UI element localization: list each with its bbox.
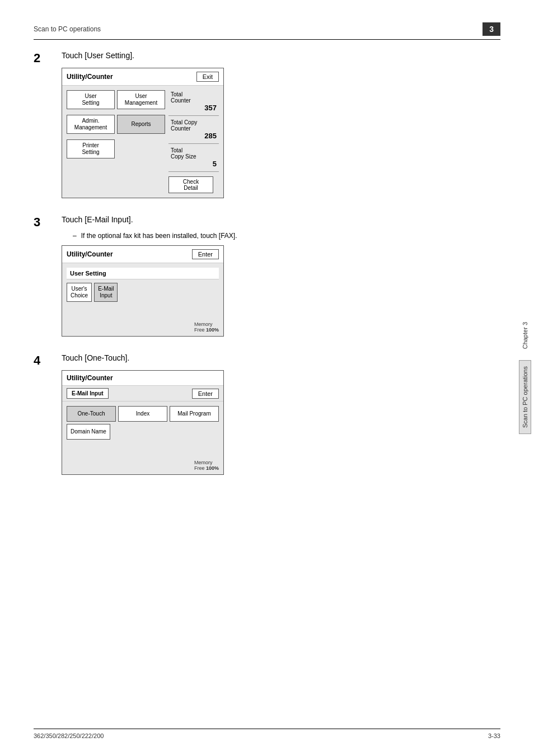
header-left: Scan to PC operations <box>34 25 101 33</box>
one-touch-button[interactable]: One-Touch <box>67 406 116 422</box>
ui-panel-step3-title: Utility/Counter <box>67 250 113 258</box>
enter-button-step4[interactable]: Enter <box>192 389 219 399</box>
email-input-button[interactable]: E-MailInput <box>94 283 118 302</box>
ui-panel-step2-body: UserSetting UserManagement Admin.Managem… <box>62 86 223 198</box>
step-4-instruction: Touch [One-Touch]. <box>62 353 478 362</box>
main-content: 2 Touch [User Setting]. Utility/Counter … <box>34 51 500 475</box>
step-3-sub: – If the optional fax kit has been insta… <box>73 232 478 240</box>
ui-panel-step3-header: Utility/Counter Enter <box>62 246 223 263</box>
user-setting-button[interactable]: UserSetting <box>67 90 115 109</box>
printer-setting-button[interactable]: PrinterSetting <box>67 139 115 158</box>
step-2-content: Touch [User Setting]. Utility/Counter Ex… <box>62 51 478 198</box>
total-copy-counter-row: Total CopyCounter 285 <box>168 118 219 141</box>
memory-indicator-step3: MemoryFree 100% <box>194 321 219 333</box>
enter-button-step3[interactable]: Enter <box>192 249 219 259</box>
step-3-block: 3 Touch [E-Mail Input]. – If the optiona… <box>34 215 478 337</box>
panel-right-counters: TotalCounter 357 Total CopyCounter 285 <box>168 90 219 193</box>
header-chapter: 3 <box>483 22 500 36</box>
ui-panel-step2-title: Utility/Counter <box>67 73 113 81</box>
ui-panel-step3-body: User Setting User'sChoice E-MailInput Me… <box>62 263 223 336</box>
step-4-content: Touch [One-Touch]. Utility/Counter E-Mai… <box>62 353 478 475</box>
step3-btn-row: User'sChoice E-MailInput <box>67 283 219 302</box>
section-label: Scan to PC operations <box>519 360 531 434</box>
ui-panel-step4-title: Utility/Counter <box>67 374 113 382</box>
user-management-button[interactable]: UserManagement <box>117 90 165 109</box>
index-button[interactable]: Index <box>118 406 167 422</box>
check-detail-button[interactable]: CheckDetail <box>168 176 213 193</box>
ui-panel-step2: Utility/Counter Exit UserSetting UserMan… <box>62 68 224 198</box>
step-2-instruction: Touch [User Setting]. <box>62 51 478 60</box>
exit-button[interactable]: Exit <box>196 72 219 82</box>
ui-panel-step2-header: Utility/Counter Exit <box>62 68 223 86</box>
step-3-number: 3 <box>34 215 56 230</box>
admin-management-button[interactable]: Admin.Management <box>67 115 115 134</box>
mail-program-button[interactable]: Mail Program <box>170 406 219 422</box>
panel-two-col: UserSetting UserManagement Admin.Managem… <box>67 90 219 193</box>
top-btn-grid: UserSetting UserManagement <box>67 90 165 109</box>
page-container: Scan to PC operations 3 Chapter 3 Scan t… <box>0 0 534 756</box>
users-choice-button[interactable]: User'sChoice <box>67 283 92 302</box>
total-copy-counter-label: Total CopyCounter <box>171 119 217 132</box>
step-3-sub-text: If the optional fax kit has been install… <box>81 232 237 240</box>
ui-panel-step4-body: One-Touch Index Mail Program Domain Name… <box>62 402 223 474</box>
total-copy-size-label: TotalCopy Size <box>171 147 217 160</box>
ui-panel-step4-header: Utility/Counter <box>62 371 223 386</box>
step-4-block: 4 Touch [One-Touch]. Utility/Counter E-M… <box>34 353 478 475</box>
email-input-label: E-Mail Input <box>67 388 109 399</box>
mid-btn-grid: Admin.Management Reports <box>67 115 165 134</box>
total-copy-counter-value: 285 <box>171 132 217 140</box>
step-2-block: 2 Touch [User Setting]. Utility/Counter … <box>34 51 478 198</box>
total-counter-label: TotalCounter <box>171 91 217 104</box>
ui-panel-step3: Utility/Counter Enter User Setting User'… <box>62 245 224 337</box>
step4-btn-row1: One-Touch Index Mail Program <box>67 406 219 422</box>
step-3-instruction: Touch [E-Mail Input]. <box>62 215 478 224</box>
domain-name-button[interactable]: Domain Name <box>67 424 110 440</box>
step-2-number: 2 <box>34 51 56 66</box>
memory-indicator-step4: MemoryFree 100% <box>194 460 219 471</box>
total-copy-size-value: 5 <box>171 160 217 168</box>
step4-sub-header: E-Mail Input Enter <box>62 386 223 402</box>
panel-left-buttons: UserSetting UserManagement Admin.Managem… <box>67 90 165 193</box>
total-counter-row: TotalCounter 357 <box>168 90 219 113</box>
step4-btn-row2: Domain Name <box>67 424 219 440</box>
footer-page: 3-33 <box>488 732 500 739</box>
footer-model: 362/350/282/250/222/200 <box>34 732 104 739</box>
chapter-label: Chapter 3 <box>522 322 528 349</box>
bottom-footer: 362/350/282/250/222/200 3-33 <box>34 729 500 739</box>
ui-panel-step4: Utility/Counter E-Mail Input Enter One-T… <box>62 370 224 475</box>
total-counter-value: 357 <box>171 104 217 112</box>
step-3-content: Touch [E-Mail Input]. – If the optional … <box>62 215 478 337</box>
user-setting-heading: User Setting <box>67 268 219 279</box>
top-header: Scan to PC operations 3 <box>34 22 500 40</box>
reports-button[interactable]: Reports <box>117 115 165 134</box>
right-side-tab: Chapter 3 Scan to PC operations <box>516 0 534 756</box>
bot-btn-grid: PrinterSetting <box>67 139 165 158</box>
total-copy-size-row: TotalCopy Size 5 <box>168 146 219 169</box>
step-4-number: 4 <box>34 353 56 368</box>
